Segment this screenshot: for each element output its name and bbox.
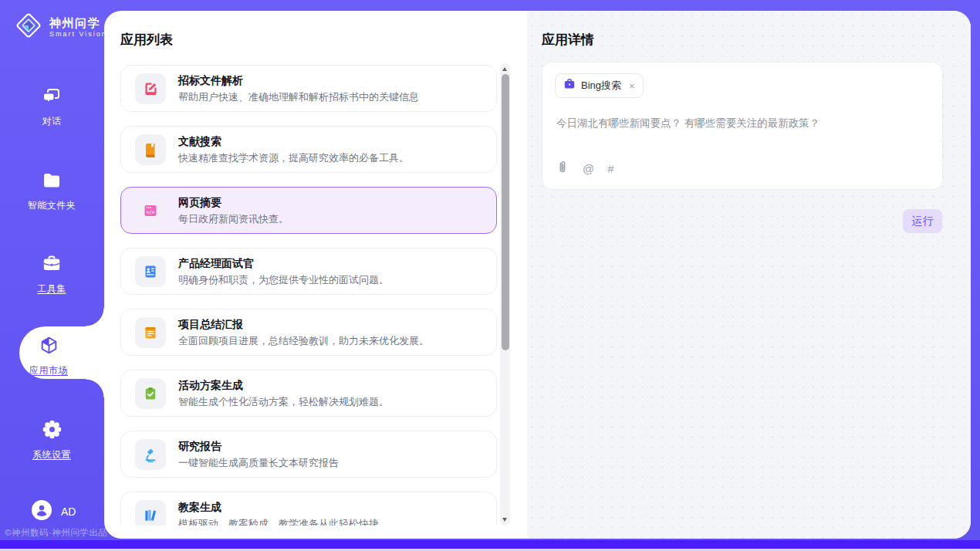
toolbox-icon <box>42 254 62 277</box>
user-account[interactable]: AD <box>32 500 76 523</box>
sidebar-item-label: 工具集 <box>37 282 66 296</box>
briefcase-icon <box>563 78 576 93</box>
web-code-icon: </> <box>135 195 166 226</box>
app-detail-panel: 应用详情 Bing搜索 × 今日湖北有哪些新闻要点？ 有哪些需要关注的最新政策？ <box>527 11 971 539</box>
app-name: 产品经理面试官 <box>178 257 389 270</box>
app-name: 网页摘要 <box>178 196 289 209</box>
app-detail-title: 应用详情 <box>542 31 594 49</box>
scroll-up-arrow-icon[interactable] <box>502 67 507 71</box>
main-content: 应用列表 招标文件解析 帮助用户快速、准确地理解和解析招标书中的关键信息 <box>104 11 971 539</box>
sidebar-item-label: 智能文件夹 <box>28 199 76 212</box>
run-button[interactable]: 运行 <box>903 209 942 233</box>
app-card-pm-interviewer[interactable]: 产品经理面试官 明确身份和职责，为您提供专业性的面试问题。 <box>120 248 497 295</box>
app-name: 招标文件解析 <box>178 74 419 87</box>
app-description: 全面回顾项目进展，总结经验教训，助力未来优化发展。 <box>178 335 429 347</box>
tool-tag-label: Bing搜索 <box>581 79 621 93</box>
bottom-bar <box>0 540 980 549</box>
tag-close-icon[interactable]: × <box>629 80 635 92</box>
query-text[interactable]: 今日湖北有哪些新闻要点？ 有哪些需要关注的最新政策？ <box>556 117 927 131</box>
query-input-card[interactable]: Bing搜索 × 今日湖北有哪些新闻要点？ 有哪些需要关注的最新政策？ @ # <box>542 62 943 190</box>
tool-tag-bing-search[interactable]: Bing搜索 × <box>555 73 644 98</box>
app-card-research-report[interactable]: 研究报告 一键智能生成高质量长文本研究报告 <box>120 431 497 478</box>
svg-text:</>: </> <box>146 209 154 215</box>
brand-subtitle: Smart Vision <box>49 30 107 38</box>
at-mention-icon[interactable]: @ <box>583 163 594 174</box>
sidebar-item-settings[interactable]: 系统设置 <box>0 419 103 461</box>
app-card-lesson-plan[interactable]: 教案生成 模板驱动，教案秒成，教学准备从此轻松快捷 <box>120 492 497 526</box>
app-description: 明确身份和职责，为您提供专业性的面试问题。 <box>178 274 389 286</box>
app-card-bid-doc-analysis[interactable]: 招标文件解析 帮助用户快速、准确地理解和解析招标书中的关键信息 <box>120 65 497 112</box>
cube-icon <box>39 335 59 359</box>
paperclip-icon[interactable] <box>556 160 569 177</box>
app-window: 神州问学 Smart Vision 对话 智能文件夹 <box>0 0 980 551</box>
notepad-icon <box>135 317 166 348</box>
app-description: 每日政府新闻资讯快查。 <box>178 213 289 225</box>
avatar <box>32 500 52 523</box>
app-description: 一键智能生成高质量长文本研究报告 <box>178 457 339 469</box>
app-list: 招标文件解析 帮助用户快速、准确地理解和解析招标书中的关键信息 文献搜索 快速精… <box>120 65 500 526</box>
copyright-text: ©神州数码·神州问学出品 <box>5 527 107 539</box>
app-description: 快速精准查找学术资源，提高研究效率的必备工具。 <box>178 152 409 164</box>
app-card-project-summary[interactable]: 项目总结汇报 全面回顾项目进展，总结经验教训，助力未来优化发展。 <box>120 309 497 356</box>
diamond-logo-icon <box>14 11 43 43</box>
app-name: 活动方案生成 <box>178 379 389 392</box>
app-description: 帮助用户快速、准确地理解和解析招标书中的关键信息 <box>178 91 419 103</box>
bubble-corner-bottom <box>86 379 104 397</box>
user-initials: AD <box>61 505 76 518</box>
sidebar-item-label: 应用市场 <box>29 364 68 377</box>
folder-icon <box>42 171 62 194</box>
list-scrollbar[interactable] <box>500 63 510 526</box>
app-name: 项目总结汇报 <box>178 318 429 331</box>
clipboard-check-icon <box>135 378 166 409</box>
sidebar-item-smart-folder[interactable]: 智能文件夹 <box>0 171 103 212</box>
app-name: 教案生成 <box>178 501 379 514</box>
sidebar-item-label: 系统设置 <box>32 448 71 461</box>
books-icon <box>135 500 166 526</box>
app-name: 文献搜索 <box>178 135 409 148</box>
app-card-literature-search[interactable]: 文献搜索 快速精准查找学术资源，提高研究效率的必备工具。 <box>120 126 497 173</box>
sidebar-item-app-market[interactable]: 应用市场 <box>0 335 97 377</box>
scroll-down-arrow-icon[interactable] <box>502 518 507 522</box>
scrollbar-thumb[interactable] <box>502 74 509 350</box>
gear-icon <box>42 419 63 443</box>
brand-logo: 神州问学 Smart Vision <box>14 11 107 43</box>
app-description: 智能生成个性化活动方案，轻松解决规划难题。 <box>178 396 389 408</box>
hash-topic-icon[interactable]: # <box>607 163 613 174</box>
edit-doc-icon <box>135 73 166 104</box>
app-card-event-plan[interactable]: 活动方案生成 智能生成个性化活动方案，轻松解决规划难题。 <box>120 370 497 417</box>
app-card-web-summary[interactable]: </> 网页摘要 每日政府新闻资讯快查。 <box>120 187 497 234</box>
brand-name: 神州问学 <box>49 16 107 31</box>
app-description: 模板驱动，教案秒成，教学准备从此轻松快捷 <box>178 518 379 526</box>
app-list-title: 应用列表 <box>120 31 173 49</box>
chat-icon <box>42 86 62 110</box>
input-toolbar: @ # <box>556 160 614 177</box>
resume-icon <box>135 256 166 287</box>
sidebar-item-chat[interactable]: 对话 <box>0 86 103 128</box>
microscope-icon <box>135 439 166 470</box>
sidebar-item-toolset[interactable]: 工具集 <box>0 254 103 296</box>
bubble-corner-top <box>86 308 104 326</box>
book-icon <box>135 134 166 165</box>
sidebar-item-label: 对话 <box>42 115 62 128</box>
app-name: 研究报告 <box>178 440 339 453</box>
